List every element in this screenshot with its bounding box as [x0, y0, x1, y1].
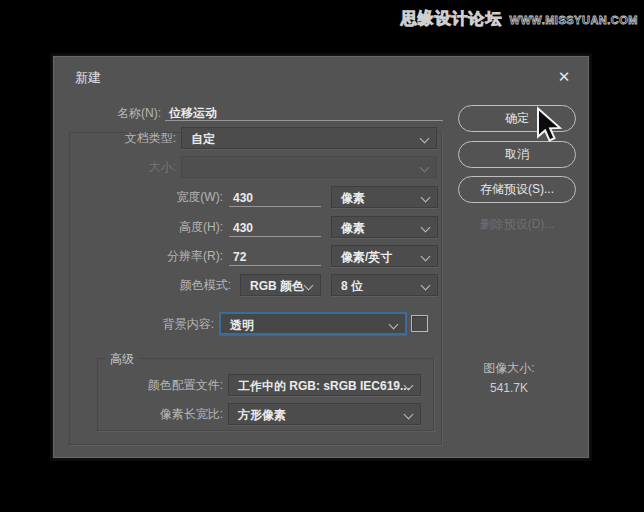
resolution-label: 分辨率(R):: [53, 249, 223, 263]
resolution-unit-value: 像素/英寸: [341, 249, 392, 266]
size-dropdown: [181, 156, 437, 178]
background-contents-value: 透明: [230, 317, 254, 334]
image-size: 图像大小: 541.7K: [449, 358, 569, 398]
chevron-down-icon: [421, 223, 431, 233]
chevron-down-icon: [421, 252, 431, 262]
height-input[interactable]: 430: [229, 219, 321, 237]
pixel-aspect-ratio-label: 像素长宽比:: [53, 407, 223, 421]
chevron-down-icon: [404, 410, 414, 420]
width-unit-value: 像素: [341, 190, 365, 207]
pixel-aspect-ratio-value: 方形像素: [238, 407, 286, 424]
chevron-down-icon: [420, 134, 430, 144]
advanced-legend: 高级: [105, 351, 139, 368]
chevron-down-icon: [421, 193, 431, 203]
width-value: 430: [233, 191, 253, 205]
background-contents-label: 背景内容:: [53, 317, 214, 331]
resolution-unit-dropdown[interactable]: 像素/英寸: [331, 245, 438, 267]
cancel-button[interactable]: 取消: [458, 141, 576, 168]
doc-type-value: 自定: [191, 131, 215, 148]
background-contents-dropdown[interactable]: 透明: [219, 312, 407, 335]
height-value: 430: [233, 221, 253, 235]
color-profile-dropdown[interactable]: 工作中的 RGB: sRGB IEC619...: [228, 374, 421, 396]
resolution-input[interactable]: 72: [229, 248, 321, 266]
chevron-down-icon: [420, 163, 430, 173]
bit-depth-dropdown[interactable]: 8 位: [331, 274, 438, 296]
bit-depth-value: 8 位: [341, 278, 363, 295]
delete-preset-button: 删除预设(D)...: [458, 211, 576, 238]
background-color-swatch: [411, 315, 428, 332]
height-unit-value: 像素: [341, 220, 365, 237]
height-unit-dropdown[interactable]: 像素: [331, 216, 438, 238]
width-label: 宽度(W):: [53, 190, 223, 204]
close-icon: ✕: [558, 68, 571, 85]
color-mode-label: 颜色模式:: [53, 278, 231, 292]
size-label: 大小:: [53, 160, 176, 174]
height-label: 高度(H):: [53, 220, 223, 234]
save-preset-button[interactable]: 存储预设(S)...: [458, 176, 576, 203]
color-mode-dropdown[interactable]: RGB 颜色: [240, 274, 321, 296]
name-input[interactable]: 位移运动: [165, 103, 443, 121]
name-label: 名称(N):: [53, 106, 161, 120]
watermark-site-name: 思缘设计论坛: [401, 9, 503, 30]
color-profile-value: 工作中的 RGB: sRGB IEC619...: [238, 378, 410, 395]
close-button[interactable]: ✕: [551, 65, 577, 89]
image-size-label: 图像大小:: [449, 358, 569, 378]
doc-type-dropdown[interactable]: 自定: [181, 127, 437, 149]
pixel-aspect-ratio-dropdown[interactable]: 方形像素: [228, 403, 421, 425]
width-input[interactable]: 430: [229, 189, 321, 207]
width-unit-dropdown[interactable]: 像素: [331, 186, 438, 208]
chevron-down-icon: [389, 320, 399, 330]
chevron-down-icon: [421, 281, 431, 291]
dialog-title: 新建: [75, 69, 101, 87]
screen: 思缘设计论坛 WWW.MISSYUAN.COM 新建 ✕ 名称(N): 位移运动…: [0, 0, 644, 512]
ok-button[interactable]: 确定: [458, 105, 576, 132]
doc-type-label: 文档类型:: [53, 131, 176, 145]
name-value: 位移运动: [169, 105, 217, 122]
resolution-value: 72: [233, 250, 246, 264]
new-document-dialog: 新建 ✕ 名称(N): 位移运动 文档类型: 自定 大小: 宽度(W): 430…: [52, 55, 590, 459]
watermark: 思缘设计论坛 WWW.MISSYUAN.COM: [401, 9, 638, 30]
color-profile-label: 颜色配置文件:: [53, 378, 223, 392]
color-mode-value: RGB 颜色: [250, 278, 304, 295]
chevron-down-icon: [304, 281, 314, 291]
image-size-value: 541.7K: [449, 378, 569, 398]
watermark-site-url: WWW.MISSYUAN.COM: [510, 14, 638, 26]
